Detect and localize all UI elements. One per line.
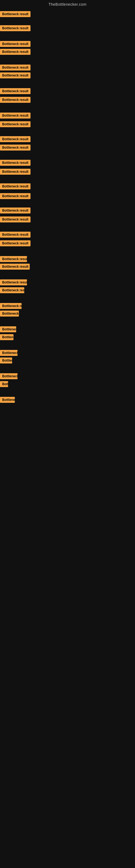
- bottleneck-badge-13: Bottleneck result: [0, 160, 31, 167]
- bottleneck-badge-label-9: Bottleneck result: [0, 113, 31, 119]
- bottleneck-badge-label-17: Bottleneck result: [0, 208, 31, 214]
- bottleneck-badge-label-15: Bottleneck result: [0, 183, 31, 189]
- bottleneck-badge-label-27: Bottleneck result: [0, 326, 16, 332]
- bottleneck-badge-20: Bottleneck result: [0, 240, 31, 247]
- bottleneck-badge-2: Bottleneck result: [0, 25, 31, 32]
- bottleneck-badge-label-28: Bottleneck result: [0, 334, 13, 340]
- bottleneck-badge-label-20: Bottleneck result: [0, 240, 31, 246]
- bottleneck-badge-label-21: Bottleneck result: [0, 256, 27, 262]
- bottleneck-badge-label-23: Bottleneck result: [0, 279, 27, 285]
- bottleneck-badge-label-24: Bottleneck result: [0, 287, 24, 293]
- bottleneck-badge-18: Bottleneck result: [0, 216, 31, 223]
- bottleneck-badge-7: Bottleneck result: [0, 88, 31, 95]
- bottleneck-badge-6: Bottleneck result: [0, 72, 31, 80]
- bottleneck-badge-label-32: Bottleneck result: [0, 381, 8, 387]
- site-title: TheBottlenecker.com: [0, 0, 135, 10]
- bottleneck-badge-label-29: Bottleneck result: [0, 350, 17, 356]
- bottleneck-badge-label-25: Bottleneck result: [0, 303, 21, 309]
- bottleneck-badge-33: Bottleneck result: [0, 397, 15, 404]
- bottleneck-badge-label-1: Bottleneck result: [0, 11, 31, 17]
- bottleneck-badge-5: Bottleneck result: [0, 65, 31, 72]
- bottleneck-badge-label-13: Bottleneck result: [0, 160, 31, 166]
- bottleneck-badge-10: Bottleneck result: [0, 121, 31, 128]
- bottleneck-badge-label-2: Bottleneck result: [0, 25, 31, 31]
- bottleneck-badge-9: Bottleneck result: [0, 113, 31, 120]
- bottleneck-badge-label-33: Bottleneck result: [0, 397, 15, 403]
- bottleneck-badge-label-5: Bottleneck result: [0, 65, 31, 70]
- bottleneck-badge-25: Bottleneck result: [0, 303, 21, 310]
- bottleneck-badge-28: Bottleneck result: [0, 334, 13, 341]
- bottleneck-badge-label-6: Bottleneck result: [0, 72, 31, 79]
- bottleneck-badge-21: Bottleneck result: [0, 256, 27, 263]
- bottleneck-badge-label-19: Bottleneck result: [0, 231, 31, 238]
- bottleneck-badge-31: Bottleneck result: [0, 373, 17, 380]
- bottleneck-badge-15: Bottleneck result: [0, 183, 31, 190]
- bottleneck-badge-23: Bottleneck result: [0, 279, 27, 286]
- bottleneck-badge-label-22: Bottleneck result: [0, 264, 30, 270]
- bottleneck-badge-17: Bottleneck result: [0, 208, 31, 215]
- bottleneck-badge-label-18: Bottleneck result: [0, 216, 31, 222]
- bottleneck-badge-label-12: Bottleneck result: [0, 145, 31, 151]
- bottleneck-badge-24: Bottleneck result: [0, 287, 24, 294]
- bottleneck-badge-label-3: Bottleneck result: [0, 41, 31, 47]
- bottleneck-badge-4: Bottleneck result: [0, 49, 31, 56]
- bottleneck-badge-label-8: Bottleneck result: [0, 97, 31, 103]
- bottleneck-badge-26: Bottleneck result: [0, 311, 19, 318]
- bottleneck-badge-14: Bottleneck result: [0, 169, 31, 176]
- bottleneck-badge-label-7: Bottleneck result: [0, 88, 31, 94]
- bottleneck-badge-11: Bottleneck result: [0, 136, 31, 143]
- bottleneck-badge-12: Bottleneck result: [0, 145, 31, 152]
- bottleneck-badge-8: Bottleneck result: [0, 97, 31, 104]
- bottleneck-badge-label-30: Bottleneck result: [0, 358, 12, 364]
- bottleneck-badge-27: Bottleneck result: [0, 326, 16, 333]
- bottleneck-badge-19: Bottleneck result: [0, 231, 31, 239]
- bottleneck-badge-1: Bottleneck result: [0, 11, 31, 18]
- bottleneck-badge-label-14: Bottleneck result: [0, 169, 31, 175]
- bottleneck-badge-16: Bottleneck result: [0, 193, 31, 200]
- bottleneck-badge-label-10: Bottleneck result: [0, 121, 31, 127]
- bottleneck-badge-29: Bottleneck result: [0, 350, 17, 357]
- bottleneck-badge-label-4: Bottleneck result: [0, 49, 31, 55]
- bottleneck-badge-30: Bottleneck result: [0, 358, 12, 365]
- bottleneck-badge-32: Bottleneck result: [0, 381, 8, 388]
- bottleneck-badge-label-11: Bottleneck result: [0, 136, 31, 142]
- bottleneck-badge-22: Bottleneck result: [0, 264, 30, 271]
- bottleneck-badge-3: Bottleneck result: [0, 41, 31, 48]
- bottleneck-badge-label-31: Bottleneck result: [0, 373, 17, 379]
- bottleneck-badge-label-16: Bottleneck result: [0, 193, 31, 199]
- bottleneck-badge-label-26: Bottleneck result: [0, 311, 19, 316]
